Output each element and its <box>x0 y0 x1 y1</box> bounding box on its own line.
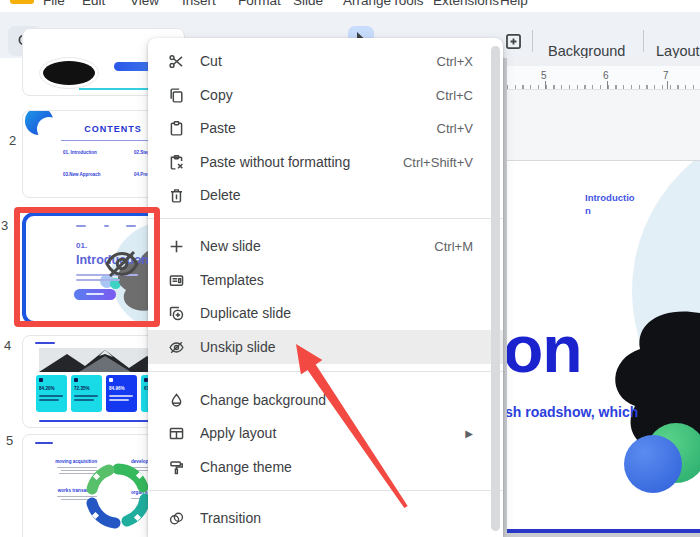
copy-icon <box>166 85 186 105</box>
slide-title-text[interactable]: on <box>507 311 582 387</box>
trash-icon <box>166 185 186 205</box>
slide-number-4: 4 <box>4 338 11 353</box>
slide4-stat-card: 72.35% <box>71 375 102 412</box>
canvas-bottom-strip <box>507 533 700 537</box>
slide-number-3: 3 <box>1 218 8 233</box>
menu-item-cut[interactable]: Cut Ctrl+X <box>148 44 503 78</box>
slide2-item-1: 01. Introduction <box>63 150 97 155</box>
menu-view[interactable]: View <box>130 0 159 8</box>
menu-item-delete[interactable]: Delete <box>148 178 503 212</box>
slide4-stat-card-highlight: 84.96% <box>106 375 137 412</box>
menu-separator <box>148 218 503 219</box>
menu-extensions[interactable]: Extensions <box>433 0 499 8</box>
slide2-item-3: 03.New Approach <box>63 172 101 177</box>
slide-number-5: 5 <box>6 433 13 448</box>
annotation-highlight-rectangle <box>14 207 160 327</box>
google-slides-window: File Edit View Insert Format Slide Arran… <box>0 0 700 537</box>
slide-small-textbox[interactable]: Introduction <box>585 191 635 217</box>
submenu-arrow-icon: ▶ <box>465 428 473 439</box>
menu-slide[interactable]: Slide <box>293 0 323 8</box>
layout-icon <box>166 423 186 443</box>
menu-format[interactable]: Format <box>238 0 281 8</box>
menu-help[interactable]: Help <box>500 0 528 8</box>
ruler-ticks <box>507 85 700 89</box>
slide1-ellipse-graphic <box>43 61 95 85</box>
slide-blue-circle-graphic <box>624 435 682 493</box>
toolbar-divider <box>532 30 533 52</box>
ruler-number: 7 <box>663 70 669 81</box>
slide4-stat-card: 84.20% <box>36 375 67 412</box>
annotation-arrow <box>280 335 420 515</box>
menu-edit[interactable]: Edit <box>82 0 105 8</box>
ruler-number: 5 <box>541 70 547 81</box>
clipboard-no-format-icon <box>166 152 186 172</box>
slide-number-2: 2 <box>9 133 16 148</box>
slide2-deco-circle-white <box>37 117 61 141</box>
menu-tools[interactable]: Tools <box>392 0 424 8</box>
slide4-header-mark <box>35 342 55 344</box>
slide-editing-area[interactable]: Introduction on sh roadshow, which <box>507 160 700 529</box>
new-slide-box-icon[interactable] <box>501 29 525 53</box>
ruler-number: 6 <box>603 70 609 81</box>
menu-insert[interactable]: Insert <box>182 0 216 8</box>
transition-icon <box>166 508 186 528</box>
slides-logo-icon <box>10 0 34 4</box>
slide5-header-mark <box>35 442 53 444</box>
paint-roller-icon <box>166 457 186 477</box>
canvas-top-strip <box>507 58 700 66</box>
plus-icon <box>166 236 186 256</box>
menu-arrange[interactable]: Arrange <box>343 0 391 8</box>
menu-item-copy[interactable]: Copy Ctrl+C <box>148 78 503 112</box>
menubar: File Edit View Insert Format Slide Arran… <box>0 0 700 12</box>
menu-item-templates[interactable]: Templates <box>148 263 503 297</box>
menu-item-new-slide[interactable]: New slide Ctrl+M <box>148 229 503 263</box>
drop-icon <box>166 390 186 410</box>
toolbar-divider <box>643 30 644 52</box>
context-menu-scrollbar[interactable] <box>491 46 500 531</box>
editor-canvas: 5 6 7 Introduction on sh roadshow, which <box>500 58 700 537</box>
background-button[interactable]: Background <box>548 43 625 59</box>
menu-item-paste-without-formatting[interactable]: Paste without formatting Ctrl+Shift+V <box>148 145 503 179</box>
templates-icon <box>166 270 186 290</box>
scissors-icon <box>166 51 186 71</box>
horizontal-ruler: 5 6 7 <box>507 66 700 90</box>
menu-item-duplicate-slide[interactable]: Duplicate slide <box>148 296 503 330</box>
layout-button[interactable]: Layout <box>656 43 700 59</box>
eye-off-icon <box>166 337 186 357</box>
duplicate-icon <box>166 303 186 323</box>
clipboard-icon <box>166 118 186 138</box>
menu-item-paste[interactable]: Paste Ctrl+V <box>148 111 503 145</box>
slide-body-text[interactable]: sh roadshow, which <box>507 404 638 420</box>
menu-file[interactable]: File <box>43 0 65 8</box>
